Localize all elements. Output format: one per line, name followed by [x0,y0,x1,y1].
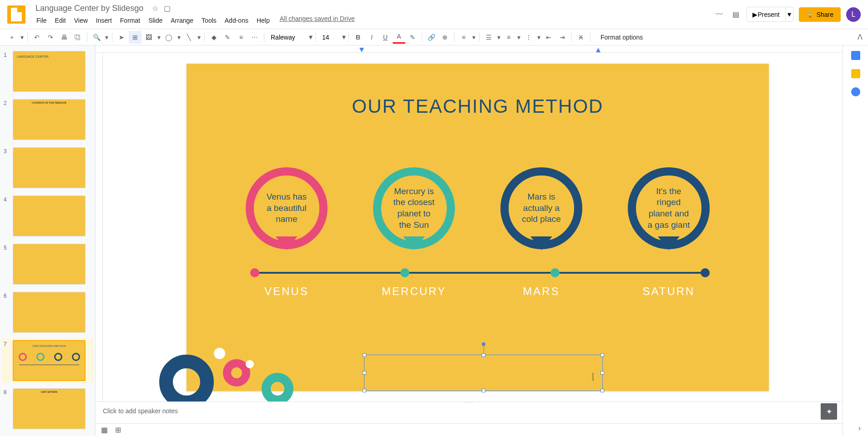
menu-edit[interactable]: Edit [51,15,70,26]
thumbnail-6[interactable]: 6 [2,290,93,335]
pin-venus[interactable]: Venus has a beautiful name [241,167,332,249]
paint-format-button[interactable]: ⿻ [71,31,84,44]
pin-label[interactable]: VENUS [241,285,332,298]
tab-marker-left[interactable] [359,48,364,52]
shape-dropdown[interactable]: ▾ [176,31,182,44]
resize-handle[interactable] [601,371,604,375]
italic-button[interactable]: I [365,31,378,44]
menu-arrange[interactable]: Arrange [167,15,197,26]
line-spacing-button[interactable]: ☰ [482,31,495,44]
resize-handle[interactable] [363,371,366,375]
fill-color-button[interactable]: ◆ [207,31,220,44]
grid-view-icon[interactable]: ⊞ [115,426,121,434]
slide-title[interactable]: OUR TEACHING METHOD [187,95,769,117]
border-weight-button[interactable]: ≡ [235,31,247,44]
undo-button[interactable]: ↶ [30,31,43,44]
link-button[interactable]: 🔗 [425,31,438,44]
image-tool[interactable]: 🖼 [142,31,155,44]
resize-handle[interactable] [482,353,485,357]
font-select[interactable]: Raleway [267,32,308,43]
resize-handle[interactable] [363,353,366,357]
line-dropdown[interactable]: ▾ [196,31,202,44]
zoom-dropdown[interactable]: ▾ [104,31,109,44]
resize-handle[interactable] [601,389,604,392]
format-options-button[interactable]: Format options [597,32,646,43]
folder-icon[interactable]: ▢ [164,5,171,12]
highlight-button[interactable]: ✎ [406,31,419,44]
image-dropdown[interactable]: ▾ [156,31,161,44]
drive-status[interactable]: All changes saved in Drive [280,15,355,26]
increase-indent-button[interactable]: ⇥ [556,31,569,44]
thumbnail-panel[interactable]: 1 LANGUAGE CENTER 2 CONTENTS OF THIS TEM… [0,45,96,436]
bulleted-dropdown[interactable]: ▾ [536,31,541,44]
pin-label[interactable]: MARS [496,285,587,298]
resize-handle[interactable] [482,389,485,392]
slides-logo[interactable] [7,5,25,24]
menu-insert[interactable]: Insert [92,15,116,26]
tab-marker-right[interactable] [596,48,601,52]
menu-file[interactable]: File [33,15,50,26]
bold-button[interactable]: B [352,31,364,44]
pin-label[interactable]: MERCURY [368,285,459,298]
speaker-notes[interactable]: • • • Click to add speaker notes [96,401,843,423]
user-avatar[interactable]: L [846,7,861,22]
star-icon[interactable]: ☆ [152,5,158,12]
rotate-handle[interactable] [482,342,485,346]
document-title[interactable]: Language Center by Slidesgo [33,3,146,14]
menu-help[interactable]: Help [253,15,273,26]
thumbnail-8[interactable]: 8 OUR CENTERS [2,386,93,431]
line-tool[interactable]: ╲ [182,31,195,44]
underline-button[interactable]: U [379,31,392,44]
redo-button[interactable]: ↷ [44,31,57,44]
clear-format-button[interactable]: X [575,31,587,44]
menu-view[interactable]: View [71,15,91,26]
menu-format[interactable]: Format [116,15,144,26]
explore-button[interactable]: ✦ [821,403,837,420]
pin-mars[interactable]: Mars is actually a cold place [496,167,587,249]
comments-icon[interactable]: ▤ [730,9,741,20]
pin-label[interactable]: SATURN [623,285,714,298]
notes-drag-handle[interactable]: • • • [465,400,473,405]
print-button[interactable]: 🖶 [58,31,71,44]
align-button[interactable]: ≡ [457,31,470,44]
vertical-ruler[interactable] [96,53,103,418]
present-button[interactable]: ▶ Present [747,7,785,21]
selected-textbox[interactable] [364,355,603,391]
pin-saturn[interactable]: It's the ringed planet and a gas giant [623,167,714,249]
select-tool[interactable]: ➤ [115,31,128,44]
tasks-icon[interactable] [851,87,860,96]
present-dropdown[interactable]: ▾ [785,7,793,21]
menu-addons[interactable]: Add-ons [221,15,252,26]
filmstrip-view-icon[interactable]: ▦ [101,426,108,434]
numbered-dropdown[interactable]: ▾ [516,31,521,44]
menu-slide[interactable]: Slide [145,15,166,26]
align-dropdown[interactable]: ▾ [471,31,476,44]
calendar-icon[interactable] [851,51,860,60]
thumbnail-5[interactable]: 5 [2,242,93,286]
activity-icon[interactable]: 〰 [714,9,725,20]
thumbnail-7[interactable]: 7 OUR TEACHING METHOD [2,338,93,383]
pin-mercury[interactable]: Mercury is the closest planet to the Sun [368,167,459,249]
expand-side-panel-icon[interactable]: › [858,424,861,432]
border-color-button[interactable]: ✎ [221,31,234,44]
thumbnail-1[interactable]: 1 LANGUAGE CENTER [2,49,93,94]
keep-icon[interactable] [851,69,860,78]
resize-handle[interactable] [601,353,604,357]
decrease-indent-button[interactable]: ⇤ [542,31,555,44]
slide-canvas[interactable]: OUR TEACHING METHOD Venus has a beautifu… [187,64,769,391]
timeline[interactable] [250,272,705,274]
bulleted-list-button[interactable]: ⋮ [522,31,535,44]
horizontal-ruler[interactable] [96,45,843,53]
zoom-button[interactable]: 🔍 [90,31,103,44]
chevron-down-icon[interactable]: ▾ [19,31,25,44]
thumbnail-2[interactable]: 2 CONTENTS OF THIS TEMPLATE [2,97,93,142]
collapse-toolbar-icon[interactable]: ᐱ [858,33,863,41]
canvas-area[interactable]: OUR TEACHING METHOD Venus has a beautifu… [96,45,843,436]
comment-button[interactable]: ⊕ [439,31,451,44]
thumbnail-3[interactable]: 3 [2,145,93,190]
new-slide-button[interactable]: + [5,31,18,44]
resize-handle[interactable] [363,389,366,392]
shape-tool[interactable]: ◯ [162,31,175,44]
share-button[interactable]: 🔒 Share [799,7,841,22]
spacing-dropdown[interactable]: ▾ [496,31,501,44]
